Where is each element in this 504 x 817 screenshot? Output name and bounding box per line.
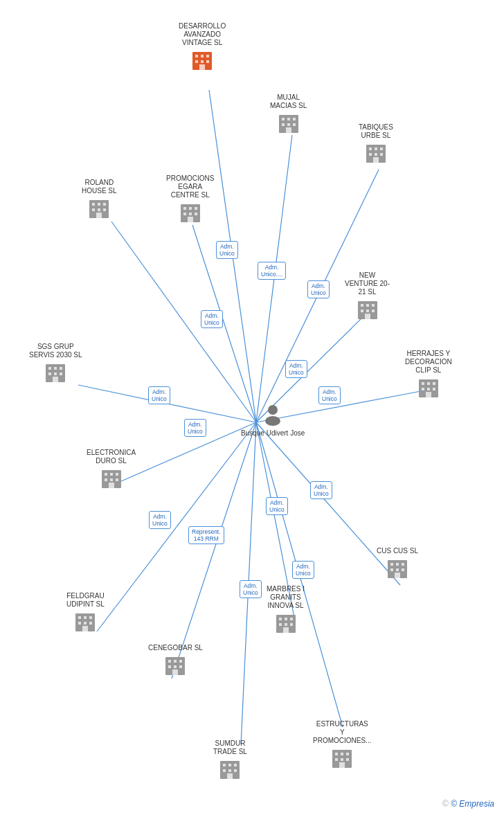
svg-rect-51 bbox=[189, 207, 192, 210]
svg-rect-103 bbox=[179, 665, 182, 668]
svg-line-10 bbox=[172, 422, 256, 679]
building-icon-marbres bbox=[275, 612, 297, 634]
svg-rect-119 bbox=[402, 568, 404, 571]
svg-rect-40 bbox=[373, 157, 379, 163]
node-sgs[interactable]: SGS GRUPSERVIS 2030 SL bbox=[29, 343, 82, 384]
svg-rect-123 bbox=[228, 764, 231, 766]
node-desarrollo[interactable]: DESARROLLOAVANZADOVINTAGE SL bbox=[179, 22, 226, 71]
svg-rect-120 bbox=[395, 573, 400, 578]
node-promocions[interactable]: PROMOCIONSEGARACENTRE SL bbox=[166, 174, 214, 224]
node-sumdur[interactable]: SUMDURTRADE SL bbox=[213, 739, 247, 780]
svg-rect-29 bbox=[282, 123, 285, 126]
svg-rect-111 bbox=[290, 623, 293, 626]
building-icon-tabiques bbox=[365, 142, 387, 164]
badge-adm-unico-2[interactable]: Adm.Unico bbox=[201, 310, 223, 328]
svg-rect-30 bbox=[287, 123, 290, 126]
svg-rect-102 bbox=[174, 665, 177, 668]
svg-rect-126 bbox=[228, 769, 231, 772]
node-cuscus[interactable]: CUS CUS SL bbox=[377, 547, 418, 580]
svg-rect-117 bbox=[390, 568, 393, 571]
svg-rect-44 bbox=[103, 203, 106, 206]
building-icon-cenegobar bbox=[164, 654, 186, 676]
label-marbres: MARBRES IGRANITSINNOVA SL bbox=[267, 585, 305, 610]
badge-adm-unico-9[interactable]: Adm.Unico bbox=[149, 511, 171, 529]
svg-rect-127 bbox=[234, 769, 237, 772]
svg-rect-36 bbox=[380, 147, 383, 150]
svg-rect-22 bbox=[201, 60, 204, 63]
label-herrajes: HERRAJES YDECORACIONCLIP SL bbox=[405, 350, 452, 375]
svg-rect-104 bbox=[172, 670, 178, 675]
svg-rect-80 bbox=[426, 392, 431, 397]
svg-rect-59 bbox=[366, 304, 369, 307]
center-person-node[interactable]: Busque Udivert Jose bbox=[241, 402, 305, 438]
badge-adm-unico-12[interactable]: Adm.Unico bbox=[292, 561, 314, 579]
svg-rect-23 bbox=[206, 60, 209, 63]
svg-rect-19 bbox=[201, 55, 204, 57]
label-feldgrau: FELDGRAUUDIPINT SL bbox=[66, 592, 105, 609]
svg-rect-67 bbox=[54, 367, 57, 370]
svg-rect-76 bbox=[433, 382, 435, 385]
badge-adm-unico-13[interactable]: Adm.Unico bbox=[240, 580, 262, 598]
badge-adm-unico-4[interactable]: Adm.Unico bbox=[307, 280, 330, 298]
svg-rect-78 bbox=[427, 388, 430, 390]
svg-rect-132 bbox=[346, 753, 349, 755]
badge-adm-unico-10[interactable]: Adm.Unico bbox=[266, 497, 288, 515]
node-mujal[interactable]: MUJALMACIAS SL bbox=[270, 93, 307, 134]
svg-rect-124 bbox=[234, 764, 237, 766]
badge-adm-unico-11[interactable]: Adm.Unico bbox=[310, 481, 332, 499]
watermark-text: © Empresia bbox=[451, 799, 494, 809]
copyright-symbol: © bbox=[442, 799, 449, 809]
svg-rect-86 bbox=[110, 478, 113, 481]
svg-rect-90 bbox=[78, 616, 81, 619]
svg-rect-83 bbox=[110, 473, 113, 476]
svg-rect-114 bbox=[390, 563, 393, 566]
node-tabiques[interactable]: TABIQUESURBE SL bbox=[359, 123, 393, 164]
svg-rect-107 bbox=[285, 618, 287, 620]
node-roland[interactable]: ROLANDHOUSE SL bbox=[82, 179, 117, 219]
label-cenegobar: CENEGOBAR SL bbox=[148, 644, 203, 652]
svg-rect-55 bbox=[195, 213, 197, 215]
node-herrajes[interactable]: HERRAJES YDECORACIONCLIP SL bbox=[405, 350, 452, 399]
svg-rect-85 bbox=[105, 478, 107, 481]
svg-rect-91 bbox=[84, 616, 87, 619]
node-feldgrau[interactable]: FELDGRAUUDIPINT SL bbox=[66, 592, 105, 633]
node-cenegobar[interactable]: CENEGOBAR SL bbox=[148, 644, 203, 676]
svg-rect-45 bbox=[92, 208, 95, 211]
svg-rect-32 bbox=[286, 127, 291, 133]
building-icon-mujal bbox=[278, 112, 300, 134]
badge-adm-unico-8[interactable]: Adm.Unico bbox=[285, 360, 307, 378]
badge-represent[interactable]: Represent.143 RRM bbox=[188, 526, 224, 544]
node-estructuras[interactable]: ESTRUCTURASYPROMOCIONES... bbox=[313, 720, 371, 769]
badge-adm-unico-5[interactable]: Adm.Unico bbox=[148, 386, 170, 404]
svg-rect-131 bbox=[341, 753, 343, 755]
svg-rect-128 bbox=[227, 773, 233, 779]
svg-rect-118 bbox=[396, 568, 399, 571]
svg-rect-110 bbox=[285, 623, 287, 626]
svg-rect-108 bbox=[290, 618, 293, 620]
badge-adm-unico-3[interactable]: Adm.Unico.... bbox=[258, 262, 286, 280]
svg-rect-109 bbox=[279, 623, 282, 626]
svg-rect-98 bbox=[168, 660, 171, 663]
label-promocions: PROMOCIONSEGARACENTRE SL bbox=[166, 174, 214, 199]
svg-rect-46 bbox=[98, 208, 100, 211]
node-marbres[interactable]: MARBRES IGRANITSINNOVA SL bbox=[267, 585, 305, 634]
svg-rect-56 bbox=[188, 217, 193, 222]
building-icon-promocions bbox=[179, 201, 201, 224]
svg-rect-70 bbox=[54, 372, 57, 375]
svg-rect-82 bbox=[105, 473, 107, 476]
node-newventure[interactable]: NEWVENTURE 20-21 SL bbox=[345, 271, 390, 321]
svg-rect-60 bbox=[372, 304, 375, 307]
svg-rect-84 bbox=[116, 473, 118, 476]
node-electronica[interactable]: ELECTRONICADURO SL bbox=[87, 449, 136, 490]
label-cuscus: CUS CUS SL bbox=[377, 547, 418, 555]
badge-adm-unico-6[interactable]: Adm.Unico bbox=[184, 419, 206, 437]
label-sgs: SGS GRUPSERVIS 2030 SL bbox=[29, 343, 82, 359]
svg-rect-31 bbox=[293, 123, 296, 126]
building-icon-sumdur bbox=[219, 758, 241, 780]
svg-rect-101 bbox=[168, 665, 171, 668]
svg-rect-63 bbox=[372, 309, 375, 312]
badge-adm-unico-1[interactable]: Adm.Unico bbox=[216, 241, 238, 259]
badge-adm-unico-7[interactable]: Adm.Unico bbox=[318, 386, 341, 404]
svg-rect-135 bbox=[346, 758, 349, 761]
svg-rect-37 bbox=[369, 153, 372, 156]
